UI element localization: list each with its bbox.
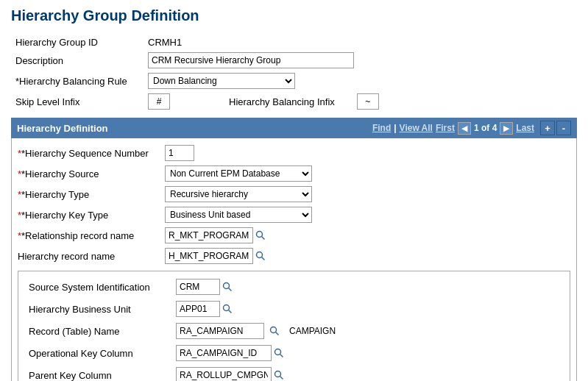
biz-unit-search-btn[interactable] (222, 303, 233, 315)
src-sys-label: Source System Identification (24, 276, 171, 298)
svg-line-11 (280, 355, 283, 357)
hierarchy-source-select[interactable]: Non Current EPM Database Current EPM Dat… (165, 165, 312, 182)
remove-row-btn[interactable]: - (556, 121, 571, 135)
op-key-input[interactable] (176, 345, 272, 361)
add-remove-btns: + - (540, 121, 571, 135)
op-key-search-btn[interactable] (273, 347, 285, 359)
hierarchy-type-label: **Hierarchy Type (12, 184, 159, 204)
svg-line-7 (229, 310, 232, 313)
next-btn[interactable]: ▶ (500, 122, 513, 135)
section-title: Hierarchy Definition (17, 123, 108, 134)
find-link[interactable]: Find (372, 123, 391, 133)
hierarchy-key-type-select[interactable]: Business Unit based Non-Business Unit ba… (165, 207, 312, 223)
rel-record-label: **Relationship record name (12, 225, 159, 246)
description-label: Description (11, 50, 144, 71)
svg-point-6 (224, 305, 230, 311)
section-header: Hierarchy Definition Find | View All Fir… (11, 118, 577, 138)
seq-num-input[interactable] (165, 145, 194, 161)
first-link[interactable]: First (436, 123, 455, 133)
parent-key-input[interactable] (176, 367, 272, 381)
svg-line-1 (262, 237, 265, 240)
skip-level-infix-input[interactable] (148, 93, 170, 110)
description-input[interactable] (148, 52, 354, 68)
parent-key-label: Parent Key Column (24, 364, 171, 381)
view-all-link[interactable]: View All (400, 123, 433, 133)
hierarchy-def-body: **Hierarchy Sequence Number **Hierarchy … (11, 138, 577, 381)
parent-key-search-btn[interactable] (273, 369, 285, 381)
section-nav: Find | View All First ◀ 1 of 4 ▶ Last (372, 122, 534, 135)
bal-infix-input[interactable] (357, 93, 379, 110)
svg-line-13 (280, 377, 283, 380)
hierarchy-group-id-label: Hierarchy Group ID (11, 35, 144, 50)
svg-point-4 (224, 283, 230, 289)
hier-record-label: Hierarchy record name (12, 246, 159, 266)
hierarchy-source-label: **Hierarchy Source (12, 163, 159, 184)
bal-infix-label: Hierarchy Balancing Infix (214, 96, 335, 107)
seq-num-label: **Hierarchy Sequence Number (12, 143, 159, 163)
svg-line-3 (262, 257, 265, 260)
skip-level-infix-label: Skip Level Infix (11, 91, 144, 112)
svg-line-9 (276, 332, 279, 335)
svg-line-5 (229, 288, 232, 291)
hier-record-search-btn[interactable] (255, 250, 266, 262)
hierarchy-def-table: **Hierarchy Sequence Number **Hierarchy … (12, 143, 576, 266)
biz-unit-label: Hierarchy Business Unit (24, 298, 171, 320)
campaign-text: CAMPAIGN (289, 326, 336, 336)
hierarchy-type-select[interactable]: Recursive hierarchy Flat hierarchy (165, 186, 312, 202)
biz-unit-input[interactable] (176, 301, 220, 317)
hierarchy-key-type-label: **Hierarchy Key Type (12, 204, 159, 225)
hier-record-input[interactable] (165, 248, 253, 264)
svg-point-0 (257, 232, 263, 238)
svg-point-12 (275, 371, 281, 377)
sub-section-table: Source System Identification Hierarchy B… (24, 276, 564, 381)
op-key-label: Operational Key Column (24, 342, 171, 364)
rel-record-search-btn[interactable] (255, 229, 266, 241)
record-table-search-btn[interactable] (269, 325, 280, 337)
balancing-rule-label: *Hierarchy Balancing Rule (11, 71, 144, 91)
svg-point-8 (271, 327, 277, 333)
src-sys-search-btn[interactable] (222, 281, 233, 293)
balancing-rule-select[interactable]: Down Balancing Up Balancing No Balancing (148, 73, 295, 89)
sub-section: Source System Identification Hierarchy B… (18, 271, 570, 381)
page-title: Hierarchy Group Definition (11, 7, 577, 24)
hierarchy-group-id-value: CRMH1 (148, 37, 182, 48)
svg-point-10 (275, 349, 281, 355)
rel-record-input[interactable] (165, 227, 253, 243)
prev-btn[interactable]: ◀ (458, 122, 471, 135)
record-table-input[interactable] (176, 323, 264, 339)
last-link[interactable]: Last (516, 123, 534, 133)
nav-count: 1 of 4 (474, 123, 497, 133)
src-sys-input[interactable] (176, 279, 220, 295)
top-form: Hierarchy Group ID CRMH1 Description *Hi… (11, 35, 577, 112)
add-row-btn[interactable]: + (540, 121, 555, 135)
record-table-label: Record (Table) Name (24, 320, 171, 342)
svg-point-2 (257, 252, 263, 258)
